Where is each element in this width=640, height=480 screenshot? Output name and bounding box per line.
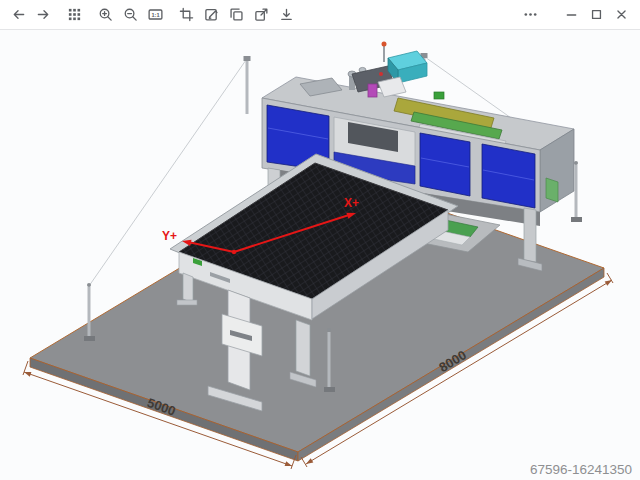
edit-button[interactable] xyxy=(199,3,224,27)
axis-x-label: X+ xyxy=(344,196,359,210)
cad-image: 5000 8000 xyxy=(0,30,640,480)
image-viewport: 5000 8000 xyxy=(0,30,640,480)
actual-size-button[interactable]: 1:1 xyxy=(143,3,168,27)
maximize-icon xyxy=(589,7,604,22)
download-button[interactable] xyxy=(274,3,299,27)
back-button[interactable] xyxy=(6,3,31,27)
copy-button[interactable] xyxy=(224,3,249,27)
copy-icon xyxy=(229,7,244,22)
open-external-button[interactable] xyxy=(249,3,274,27)
minimize-icon xyxy=(564,7,579,22)
back-arrow-icon xyxy=(11,7,26,22)
zoom-in-button[interactable] xyxy=(93,3,118,27)
zoom-in-icon xyxy=(98,7,113,22)
forward-button[interactable] xyxy=(31,3,56,27)
forward-arrow-icon xyxy=(36,7,51,22)
grid-view-icon xyxy=(67,7,82,22)
viewer-window: 1:1 xyxy=(0,0,640,480)
axis-y-label: Y+ xyxy=(162,229,177,243)
zoom-out-button[interactable] xyxy=(118,3,143,27)
close-icon xyxy=(614,7,629,22)
zoom-out-icon xyxy=(123,7,138,22)
minimize-button[interactable] xyxy=(559,3,584,27)
toolbar: 1:1 xyxy=(0,0,640,30)
actual-size-icon: 1:1 xyxy=(148,7,163,22)
more-options-icon xyxy=(523,7,538,22)
crop-icon xyxy=(179,7,194,22)
open-external-icon xyxy=(254,7,269,22)
crop-button[interactable] xyxy=(174,3,199,27)
download-icon xyxy=(279,7,294,22)
close-button[interactable] xyxy=(609,3,634,27)
watermark-text: 67596-16241350 xyxy=(530,462,632,477)
maximize-button[interactable] xyxy=(584,3,609,27)
grid-view-button[interactable] xyxy=(62,3,87,27)
svg-text:1:1: 1:1 xyxy=(151,12,159,18)
edit-icon xyxy=(204,7,219,22)
more-options-button[interactable] xyxy=(518,3,543,27)
